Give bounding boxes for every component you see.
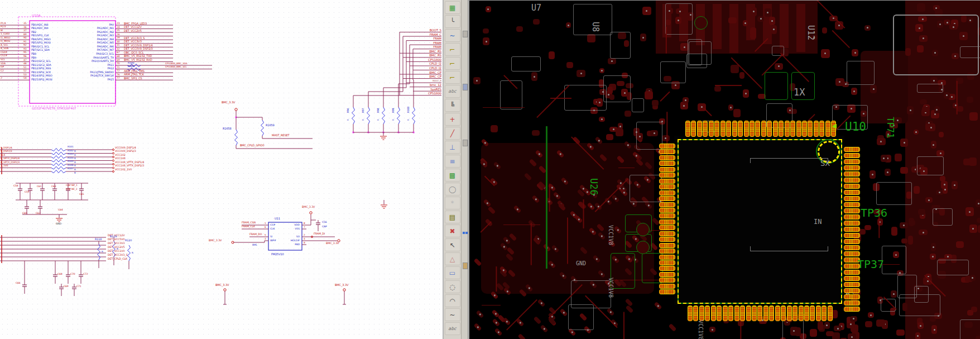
resistor-refdes[interactable]: R99 bbox=[392, 108, 395, 113]
net-label[interactable]: FRAM_CLK bbox=[242, 226, 255, 228]
select-arc-icon[interactable]: ◠ bbox=[445, 294, 460, 307]
footprint-pad[interactable] bbox=[844, 307, 860, 312]
silkscreen-label[interactable]: U8 bbox=[591, 22, 599, 32]
pin-number[interactable]: 36 bbox=[23, 26, 27, 29]
place-bus-entry-alt2-icon[interactable]: ⌐ bbox=[445, 71, 460, 84]
net-label-cut[interactable]: SDA bbox=[1, 63, 6, 65]
footprint-pad[interactable] bbox=[844, 202, 860, 207]
place-bus-entry-icon[interactable]: ⌐ bbox=[445, 43, 460, 56]
footprint-pad[interactable] bbox=[844, 190, 860, 195]
resistor-refdes[interactable]: R1659 bbox=[266, 124, 275, 127]
place-line-icon[interactable]: ╱ bbox=[445, 127, 460, 140]
net-label-cut[interactable]: FRAM bbox=[433, 42, 441, 45]
net-label[interactable]: FRAM_DI bbox=[314, 233, 325, 236]
footprint-pad[interactable] bbox=[659, 278, 675, 283]
footprint-pad[interactable] bbox=[659, 266, 675, 271]
pin-name[interactable]: PA13/JTMS_SWDIO bbox=[65, 71, 114, 74]
resistor-value[interactable]: R bbox=[74, 150, 76, 152]
footprint-pad[interactable] bbox=[659, 190, 675, 195]
net-label-cut[interactable]: A_SDA bbox=[1, 47, 8, 50]
silkscreen-label[interactable]: 1X bbox=[794, 88, 805, 97]
footprint-pad[interactable] bbox=[779, 121, 784, 137]
pin-number[interactable]: 5 bbox=[265, 234, 266, 236]
pin-number[interactable]: 95 bbox=[23, 51, 27, 54]
footprint-pad[interactable] bbox=[659, 202, 675, 207]
select-wave-icon[interactable]: ~ bbox=[445, 308, 460, 321]
footprint-pad[interactable] bbox=[746, 305, 751, 321]
pin-number[interactable]: 3 bbox=[265, 238, 266, 240]
resistor-value[interactable]: R bbox=[74, 161, 76, 164]
net-label-cut[interactable]: FRAM bbox=[433, 46, 441, 49]
resistor-refdes[interactable]: R119 bbox=[110, 236, 117, 238]
pin-name[interactable]: PB13/SPI2_SCK bbox=[31, 71, 51, 74]
place-power-port-icon[interactable]: ⊥ bbox=[445, 141, 460, 154]
pin-number[interactable]: 30 bbox=[117, 41, 120, 44]
pcb-layout-pane[interactable]: CSDN @玄晖太守 ◀U7U8U121XU26VCC1V8VCC1V8VCC1… bbox=[468, 0, 980, 339]
silkscreen-label[interactable]: TP37 bbox=[857, 259, 884, 270]
net-label[interactable]: DET_CPLD_CLK bbox=[108, 258, 127, 261]
footprint-pad[interactable] bbox=[726, 121, 731, 137]
footprint-pad[interactable] bbox=[703, 121, 708, 137]
place-junction-icon[interactable]: + bbox=[445, 113, 460, 126]
net-label[interactable]: DET_VCC3V3 bbox=[108, 242, 124, 245]
footprint-pad[interactable] bbox=[844, 251, 860, 256]
net-label-cut[interactable]: SysRES bbox=[430, 88, 441, 92]
power-net-label[interactable]: BMC_3.3V bbox=[222, 101, 235, 104]
capacitor-refdes[interactable]: C60 bbox=[22, 212, 27, 215]
silkscreen-label[interactable]: VCC1V8 bbox=[698, 320, 703, 339]
place-wire-icon[interactable]: ╰ bbox=[445, 15, 460, 28]
pin-number[interactable]: 53 bbox=[23, 74, 27, 77]
power-net-label[interactable]: BMC_3.3V bbox=[302, 206, 315, 209]
resistor-refdes[interactable]: R104 bbox=[68, 157, 74, 159]
pin-name[interactable]: PA10/USART1_RX bbox=[65, 60, 114, 63]
footprint-pad[interactable] bbox=[659, 237, 675, 242]
silkscreen-label[interactable]: TP36 bbox=[861, 207, 887, 218]
capacitor-refdes[interactable]: C65 bbox=[79, 193, 84, 196]
footprint-pad[interactable] bbox=[844, 147, 860, 152]
footprint-pad[interactable] bbox=[659, 155, 675, 160]
pin-name[interactable]: PA4/ADC_IN4 bbox=[65, 39, 114, 41]
footprint-pad[interactable] bbox=[808, 121, 813, 137]
pin-number[interactable]: 37 bbox=[23, 30, 27, 32]
silkscreen-label[interactable]: IN bbox=[814, 218, 822, 225]
pin-number[interactable]: 93 bbox=[23, 48, 27, 51]
net-label[interactable]: DET_VCC12V bbox=[124, 26, 142, 28]
net-label-cut[interactable]: BMC_CP bbox=[429, 71, 441, 75]
net-label-cut[interactable]: 8_VPTX_DSP2/3 bbox=[1, 161, 20, 164]
pin-number[interactable]: 92 bbox=[23, 44, 27, 47]
net-label-cut[interactable]: P2/3 bbox=[1, 26, 6, 28]
pin-name[interactable]: PB5/SPI1_MOSI bbox=[31, 42, 51, 45]
silkscreen-label[interactable]: VCC1V8 bbox=[608, 278, 613, 298]
capacitor-refdes[interactable]: C72 bbox=[83, 273, 88, 276]
footprint-pad[interactable] bbox=[659, 196, 675, 201]
net-label-cut[interactable]: CPLD_I2 bbox=[429, 67, 441, 70]
footprint-pad[interactable] bbox=[659, 284, 675, 289]
resistor-refdes[interactable]: R105 bbox=[68, 160, 74, 163]
capacitor-refdes[interactable]: C58 bbox=[13, 185, 18, 188]
power-net-label[interactable]: BMC_3.3V bbox=[326, 242, 339, 245]
pin-number[interactable]: 51 bbox=[23, 66, 27, 69]
silkscreen-label[interactable]: U7 bbox=[531, 4, 541, 12]
footprint-pad[interactable] bbox=[844, 282, 860, 287]
net-label[interactable]: MAST_RESET bbox=[272, 134, 289, 137]
footprint-pad[interactable] bbox=[659, 213, 675, 218]
select-lasso-icon[interactable]: ◌ bbox=[445, 280, 460, 293]
pin-name[interactable]: PB10/I2C2_SCL bbox=[31, 60, 51, 63]
resistor-refdes[interactable]: R107 bbox=[68, 168, 74, 170]
pin-name[interactable]: PB12/SPI2_NSS bbox=[31, 68, 51, 70]
footprint-pad[interactable] bbox=[844, 165, 860, 170]
footprint-pad[interactable] bbox=[844, 239, 860, 244]
pin-name[interactable]: PA11 bbox=[65, 64, 114, 67]
resistor-refdes[interactable]: R95 bbox=[252, 244, 257, 247]
footprint-pad[interactable] bbox=[814, 121, 819, 137]
pin-name[interactable]: PB7/I2C1_SDA bbox=[31, 49, 50, 52]
capacitor-refdes[interactable]: C62 bbox=[36, 212, 41, 215]
footprint-pad[interactable] bbox=[659, 225, 675, 230]
resistor-value[interactable]: R bbox=[362, 119, 364, 121]
footprint-pad[interactable] bbox=[763, 305, 768, 321]
net-label-cut[interactable]: M bbox=[1, 30, 3, 32]
footprint-pad[interactable] bbox=[767, 121, 772, 137]
pin-number[interactable]: 6 bbox=[265, 226, 266, 228]
pin-name[interactable]: SO bbox=[279, 236, 300, 238]
footprint-pad[interactable] bbox=[810, 305, 815, 321]
